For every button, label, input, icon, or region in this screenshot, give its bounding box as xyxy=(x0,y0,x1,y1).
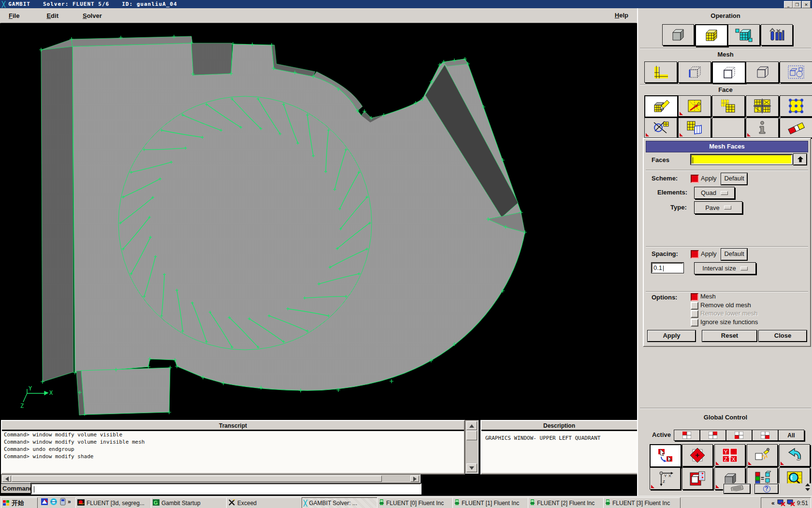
quadrant-top-right-button[interactable] xyxy=(700,430,726,441)
menu-file[interactable]: File xyxy=(7,11,21,20)
fit-to-window-button[interactable] xyxy=(682,444,713,466)
taskbar-item-fluent-2[interactable]: FLUENT [2] Fluent Inc xyxy=(528,497,605,508)
titlebar-solver: Solver: FLUENT 5/6 xyxy=(43,1,109,7)
tray-collapse-chevron[interactable]: « xyxy=(771,500,775,507)
taskbar-item-gambit-startup[interactable]: G Gambit Startup xyxy=(151,497,228,508)
quick-launch-icon-1[interactable] xyxy=(41,498,48,506)
face-info-button[interactable] xyxy=(746,118,779,138)
menu-help[interactable]: Help xyxy=(613,11,630,20)
quick-launch-icon-3[interactable] xyxy=(59,498,67,506)
volume-mesh-button[interactable] xyxy=(746,61,779,83)
axis-views-button[interactable]: Y Y Z X xyxy=(714,444,745,466)
transcript-line: Command> window modify shade xyxy=(2,453,464,460)
axis-z-label: Z xyxy=(20,403,24,409)
geometry-cube-icon xyxy=(670,28,686,42)
minimize-button[interactable]: _ xyxy=(784,1,793,8)
spacing-apply-checkbox[interactable] xyxy=(691,250,699,258)
edge-mesh-button[interactable] xyxy=(678,61,711,83)
network-status-icon[interactable] xyxy=(777,499,785,508)
taskbar-item-fluent-3[interactable]: FLUENT [3] Fluent Inc xyxy=(603,497,681,508)
tools-command-button[interactable] xyxy=(761,24,793,45)
taskbar-item-fluent-0[interactable]: FLUENT [0] Fluent Inc xyxy=(377,497,454,508)
quadrant-top-left-button[interactable] xyxy=(674,430,700,441)
checkbox-icon[interactable] xyxy=(691,302,698,310)
face-mesh-blank-button[interactable] xyxy=(712,118,745,138)
layout-icon xyxy=(689,471,706,486)
help-button[interactable]: ? xyxy=(755,484,778,493)
checkbox-icon[interactable] xyxy=(691,293,698,301)
titlebar-app-name: GAMBIT xyxy=(8,1,30,7)
quick-launch-overflow-chevron[interactable]: » xyxy=(68,498,71,505)
taskbar-item-exceed[interactable]: Exceed xyxy=(226,497,304,508)
windows-logo-icon xyxy=(2,500,10,507)
start-button[interactable]: 开始 xyxy=(1,497,38,508)
mesh-command-button[interactable] xyxy=(695,24,728,46)
panel-spinner[interactable] xyxy=(805,483,810,491)
transcript-line: Command> window modify volume invisible … xyxy=(2,438,464,446)
quadrant-bottom-right-button[interactable] xyxy=(752,430,778,441)
spacing-mode-dropdown[interactable]: Interval size xyxy=(694,262,756,274)
elements-dropdown[interactable]: Quad xyxy=(694,187,735,199)
graphics-window[interactable]: Y X Z xyxy=(1,23,636,416)
mesh-faces-button[interactable] xyxy=(644,95,678,118)
transcript-scrollbar[interactable] xyxy=(465,420,478,474)
quadrant-bottom-left-button[interactable] xyxy=(726,430,752,441)
spacing-value-input[interactable]: 0.1 xyxy=(652,263,683,273)
taskbar-item-fluent-1[interactable]: FLUENT [1] Fluent Inc xyxy=(452,497,530,508)
scroll-up-icon[interactable] xyxy=(466,421,477,430)
group-mesh-button[interactable] xyxy=(780,61,812,83)
spacing-default-button[interactable]: Default xyxy=(721,249,747,260)
scheme-default-button[interactable]: Default xyxy=(721,173,747,185)
checkbox-icon xyxy=(691,310,698,318)
transcript-panel: Transcript Command> window modify volume… xyxy=(1,420,465,475)
restore-button[interactable]: ❐ xyxy=(793,1,801,8)
scrollbar-thumb[interactable] xyxy=(466,431,477,440)
checkbox-icon[interactable] xyxy=(691,319,698,327)
apply-button[interactable]: Apply xyxy=(648,330,696,342)
options-label: Options: xyxy=(652,294,677,301)
shade-light-button[interactable] xyxy=(747,444,778,466)
undo-button[interactable] xyxy=(779,444,810,466)
project-face-mesh-button[interactable] xyxy=(678,118,711,138)
svg-text:Z: Z xyxy=(724,456,727,462)
menu-solver[interactable]: Solver xyxy=(81,11,104,20)
network-status-icon[interactable] xyxy=(786,499,795,508)
close-button[interactable]: Close xyxy=(759,330,807,342)
gambit-startup-icon: G xyxy=(153,499,160,507)
command-input[interactable] xyxy=(31,483,421,494)
faces-input[interactable] xyxy=(691,154,792,164)
taskbar-item-fluent-solver[interactable]: FLUENT [3d, segreg... xyxy=(75,497,153,508)
menu-edit[interactable]: Edit xyxy=(44,11,60,20)
boundary-layer-mesh-button[interactable] xyxy=(644,61,677,83)
h-scrollbar-thumb[interactable] xyxy=(12,476,382,482)
split-face-mesh-button[interactable] xyxy=(746,95,779,117)
scroll-left-icon[interactable] xyxy=(2,476,11,482)
link-face-mesh-button[interactable] xyxy=(644,118,677,138)
close-button[interactable]: ✕ xyxy=(802,1,811,8)
quick-launch-icon-2[interactable] xyxy=(50,498,58,506)
copy-face-mesh-button[interactable] xyxy=(712,95,745,117)
move-face-nodes-button[interactable] xyxy=(780,95,812,117)
face-mesh-button[interactable] xyxy=(712,61,746,84)
reset-button[interactable]: Reset xyxy=(702,330,757,342)
screen-layout-button[interactable] xyxy=(682,467,713,490)
scroll-right-icon[interactable] xyxy=(410,476,419,482)
taskbar-item-gambit-active[interactable]: ╳ GAMBIT Solver: ... xyxy=(302,497,379,508)
faces-label: Faces xyxy=(652,156,669,164)
scheme-apply-checkbox[interactable] xyxy=(691,175,699,183)
scheme-apply-label: Apply xyxy=(701,175,717,182)
faces-pick-list-button[interactable] xyxy=(794,154,807,165)
keyboard-accelerator-button[interactable] xyxy=(724,484,750,493)
delete-face-mesh-button[interactable] xyxy=(780,118,812,138)
select-mode-button[interactable] xyxy=(650,444,682,467)
smooth-face-mesh-button[interactable] xyxy=(678,95,711,117)
scroll-down-icon[interactable] xyxy=(466,463,477,472)
quadrant-all-button[interactable]: All xyxy=(778,430,804,441)
type-dropdown[interactable]: Pave xyxy=(694,201,742,214)
geometry-command-button[interactable] xyxy=(662,24,694,45)
orient-model-button[interactable]: Y X Z xyxy=(650,467,681,490)
zones-command-button[interactable] xyxy=(728,24,760,45)
transcript-h-scrollbar[interactable] xyxy=(1,474,420,483)
gambit-task-icon: ╳ xyxy=(304,500,307,507)
copy-mesh-icon xyxy=(720,99,737,113)
